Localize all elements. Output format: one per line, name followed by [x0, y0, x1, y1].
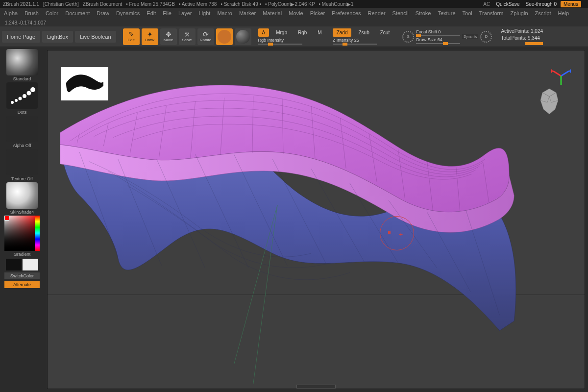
- svg-marker-12: [551, 69, 553, 73]
- mrgb-button[interactable]: Mrgb: [272, 28, 291, 37]
- sculptris-button[interactable]: [235, 28, 251, 45]
- title-bar: ZBrush 2021.1.1 [Christian Gerth] ZBrush…: [0, 0, 588, 8]
- menu-layer[interactable]: Layer: [178, 10, 192, 16]
- tab-liveboolean[interactable]: Live Boolean: [75, 31, 116, 43]
- rotate-icon: ⟳: [203, 31, 209, 38]
- menus-button[interactable]: Menus: [561, 1, 581, 7]
- tab-home[interactable]: Home Page: [2, 31, 40, 43]
- menu-movie[interactable]: Movie: [289, 10, 303, 16]
- top-toolbar: Home Page LightBox Live Boolean ✎Edit ✦D…: [0, 26, 588, 47]
- menu-marker[interactable]: Marker: [239, 10, 256, 16]
- canvas-area: [44, 47, 588, 392]
- svg-marker-11: [569, 69, 571, 73]
- menu-brush[interactable]: Brush: [24, 10, 39, 16]
- focal-shift-slider[interactable]: Focal Shift 0: [416, 29, 460, 36]
- menu-texture[interactable]: Texture: [438, 10, 455, 16]
- m-button[interactable]: M: [314, 28, 325, 37]
- active-mem: • Active Mem 738: [179, 1, 217, 7]
- move-mode-button[interactable]: ✥Move: [160, 28, 177, 45]
- ac-label: AC: [483, 1, 490, 7]
- menu-zscript[interactable]: Zscript: [535, 10, 551, 16]
- alpha-slot[interactable]: Alpha Off: [4, 116, 40, 148]
- menu-zplugin[interactable]: Zplugin: [510, 10, 528, 16]
- menu-color[interactable]: Color: [46, 10, 58, 16]
- menu-alpha[interactable]: Alpha: [4, 10, 18, 16]
- menu-light[interactable]: Light: [199, 10, 211, 16]
- stats-bar-icon: [525, 42, 543, 45]
- material-slot[interactable]: SkinShade4: [4, 182, 40, 215]
- color-picker[interactable]: Gradient: [4, 216, 40, 257]
- user-name: [Christian Gerth]: [43, 1, 79, 7]
- tab-lightbox[interactable]: LightBox: [42, 31, 73, 43]
- menu-document[interactable]: Document: [65, 10, 90, 16]
- menu-picker[interactable]: Picker: [310, 10, 325, 16]
- left-sidebar: Standard Dots Alpha Off Texture Off Skin…: [0, 47, 44, 392]
- menu-stencil[interactable]: Stencil: [392, 10, 409, 16]
- circle-icon: [218, 30, 231, 44]
- timeline-scrubber[interactable]: [296, 385, 336, 389]
- zadd-button[interactable]: Zadd: [333, 28, 352, 37]
- switch-color-button[interactable]: SwitchColor: [4, 272, 40, 279]
- menu-dynamics[interactable]: Dynamics: [116, 10, 140, 16]
- svg-point-5: [30, 87, 35, 92]
- brush-slot[interactable]: Standard: [4, 49, 40, 81]
- quicksave-button[interactable]: QuickSave: [496, 1, 519, 7]
- zsub-button[interactable]: Zsub: [354, 28, 373, 37]
- svg-line-9: [561, 71, 569, 76]
- menu-help[interactable]: Help: [558, 10, 569, 16]
- rgb-intensity-slider[interactable]: Rgb Intensity: [258, 38, 326, 45]
- rgb-button[interactable]: Rgb: [294, 28, 311, 37]
- material-thumb-icon: [6, 182, 38, 209]
- color-swatches[interactable]: [6, 259, 38, 270]
- color-picker-icon[interactable]: [4, 216, 40, 251]
- move-icon: ✥: [166, 31, 172, 38]
- draw-mode-button[interactable]: ✦Draw: [142, 28, 158, 45]
- menu-render[interactable]: Render: [368, 10, 386, 16]
- brush-size-widget-s[interactable]: S: [402, 31, 414, 43]
- menu-stroke[interactable]: Stroke: [416, 10, 431, 16]
- svg-point-2: [19, 97, 22, 100]
- scratch-disk: • Scratch Disk 49 •: [220, 1, 261, 7]
- dynamic-toggle[interactable]: Dynamic: [462, 34, 478, 39]
- edit-mode-button[interactable]: ✎Edit: [123, 28, 140, 45]
- zcut-button[interactable]: Zcut: [376, 28, 393, 37]
- gizmo-button[interactable]: [216, 28, 233, 45]
- menu-macro[interactable]: Macro: [217, 10, 232, 16]
- axis-gizmo-icon[interactable]: [551, 66, 571, 86]
- menu-tool[interactable]: Tool: [463, 10, 472, 16]
- sphere-icon: [236, 30, 250, 44]
- brush-thumb-icon: [6, 49, 38, 75]
- mesh-count: • MeshCount▶1: [319, 1, 354, 7]
- reference-thumbnail[interactable]: [61, 67, 108, 100]
- svg-point-0: [11, 101, 14, 104]
- draw-size-slider[interactable]: Draw Size 64: [416, 37, 460, 44]
- free-mem: • Free Mem 25.734GB: [126, 1, 175, 7]
- menu-material[interactable]: Material: [263, 10, 282, 16]
- scale-mode-button[interactable]: ⤧Scale: [179, 28, 196, 45]
- scale-icon: ⤧: [184, 31, 190, 38]
- a-button[interactable]: A: [258, 28, 270, 37]
- menu-draw[interactable]: Draw: [97, 10, 109, 16]
- mesh-object[interactable]: [48, 50, 585, 389]
- menu-preferences[interactable]: Preferences: [332, 10, 361, 16]
- stroke-thumb-icon: [6, 82, 38, 109]
- swatch-secondary[interactable]: [6, 259, 22, 270]
- pencil-icon: ✎: [128, 31, 134, 38]
- viewport[interactable]: [47, 50, 585, 389]
- stroke-slot[interactable]: Dots: [4, 82, 40, 115]
- menu-transform[interactable]: Transform: [479, 10, 504, 16]
- rotate-mode-button[interactable]: ⟳Rotate: [197, 28, 214, 45]
- camera-head-gizmo-icon[interactable]: [537, 88, 562, 116]
- menu-edit[interactable]: Edit: [147, 10, 156, 16]
- alternate-button[interactable]: Alternate: [4, 281, 40, 288]
- svg-point-3: [23, 94, 26, 98]
- z-intensity-slider[interactable]: Z Intensity 25: [333, 38, 393, 45]
- brush-size-widget-d[interactable]: D: [480, 31, 492, 43]
- svg-point-4: [27, 91, 31, 96]
- seethrough-slider[interactable]: See-through 0: [526, 1, 557, 7]
- texture-thumb-icon: [6, 149, 38, 175]
- menu-file[interactable]: File: [163, 10, 172, 16]
- texture-slot[interactable]: Texture Off: [4, 149, 40, 181]
- swatch-primary[interactable]: [23, 259, 38, 270]
- coordinate-readout: 1.248,-0.174,1.007: [0, 19, 588, 26]
